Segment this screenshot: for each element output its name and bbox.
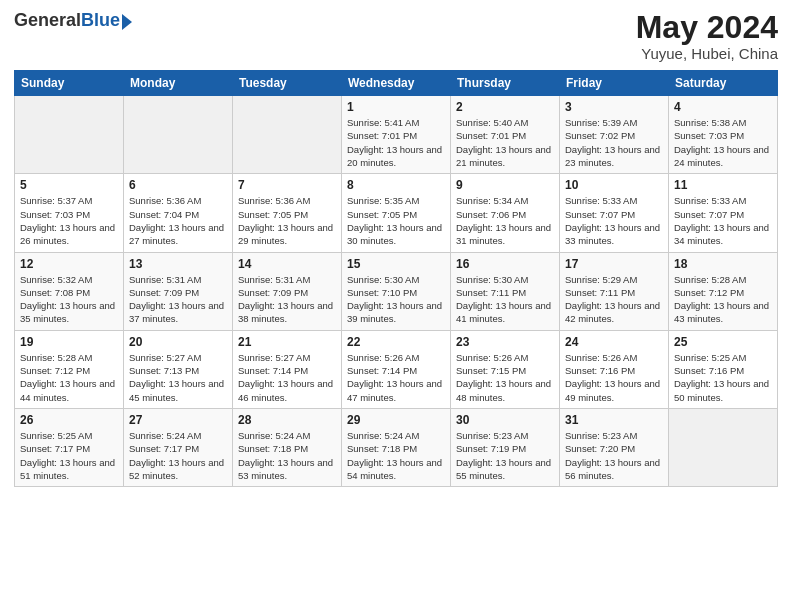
- calendar-cell: 23Sunrise: 5:26 AM Sunset: 7:15 PM Dayli…: [451, 330, 560, 408]
- calendar-cell: [15, 96, 124, 174]
- weekday-header-tuesday: Tuesday: [233, 71, 342, 96]
- weekday-header-thursday: Thursday: [451, 71, 560, 96]
- day-info: Sunrise: 5:26 AM Sunset: 7:15 PM Dayligh…: [456, 351, 554, 404]
- calendar-cell: 13Sunrise: 5:31 AM Sunset: 7:09 PM Dayli…: [124, 252, 233, 330]
- day-number: 25: [674, 335, 772, 349]
- day-info: Sunrise: 5:23 AM Sunset: 7:19 PM Dayligh…: [456, 429, 554, 482]
- calendar-cell: 31Sunrise: 5:23 AM Sunset: 7:20 PM Dayli…: [560, 408, 669, 486]
- day-info: Sunrise: 5:36 AM Sunset: 7:05 PM Dayligh…: [238, 194, 336, 247]
- calendar-cell: 24Sunrise: 5:26 AM Sunset: 7:16 PM Dayli…: [560, 330, 669, 408]
- day-info: Sunrise: 5:39 AM Sunset: 7:02 PM Dayligh…: [565, 116, 663, 169]
- week-row-5: 26Sunrise: 5:25 AM Sunset: 7:17 PM Dayli…: [15, 408, 778, 486]
- calendar-cell: 12Sunrise: 5:32 AM Sunset: 7:08 PM Dayli…: [15, 252, 124, 330]
- day-info: Sunrise: 5:27 AM Sunset: 7:13 PM Dayligh…: [129, 351, 227, 404]
- logo-text: General Blue: [14, 10, 132, 31]
- day-info: Sunrise: 5:26 AM Sunset: 7:16 PM Dayligh…: [565, 351, 663, 404]
- calendar-cell: 28Sunrise: 5:24 AM Sunset: 7:18 PM Dayli…: [233, 408, 342, 486]
- day-number: 3: [565, 100, 663, 114]
- logo-general: General: [14, 10, 81, 31]
- calendar-cell: 26Sunrise: 5:25 AM Sunset: 7:17 PM Dayli…: [15, 408, 124, 486]
- header: General Blue May 2024 Yuyue, Hubei, Chin…: [14, 10, 778, 62]
- day-number: 24: [565, 335, 663, 349]
- logo: General Blue: [14, 10, 132, 31]
- day-info: Sunrise: 5:34 AM Sunset: 7:06 PM Dayligh…: [456, 194, 554, 247]
- weekday-header-saturday: Saturday: [669, 71, 778, 96]
- day-info: Sunrise: 5:28 AM Sunset: 7:12 PM Dayligh…: [674, 273, 772, 326]
- day-number: 29: [347, 413, 445, 427]
- calendar-cell: 18Sunrise: 5:28 AM Sunset: 7:12 PM Dayli…: [669, 252, 778, 330]
- calendar-cell: 22Sunrise: 5:26 AM Sunset: 7:14 PM Dayli…: [342, 330, 451, 408]
- calendar-cell: 11Sunrise: 5:33 AM Sunset: 7:07 PM Dayli…: [669, 174, 778, 252]
- day-number: 2: [456, 100, 554, 114]
- calendar-cell: 27Sunrise: 5:24 AM Sunset: 7:17 PM Dayli…: [124, 408, 233, 486]
- day-number: 5: [20, 178, 118, 192]
- day-number: 7: [238, 178, 336, 192]
- calendar-cell: 29Sunrise: 5:24 AM Sunset: 7:18 PM Dayli…: [342, 408, 451, 486]
- page: General Blue May 2024 Yuyue, Hubei, Chin…: [0, 0, 792, 612]
- calendar-cell: 6Sunrise: 5:36 AM Sunset: 7:04 PM Daylig…: [124, 174, 233, 252]
- day-number: 13: [129, 257, 227, 271]
- day-number: 4: [674, 100, 772, 114]
- calendar-cell: 10Sunrise: 5:33 AM Sunset: 7:07 PM Dayli…: [560, 174, 669, 252]
- day-info: Sunrise: 5:35 AM Sunset: 7:05 PM Dayligh…: [347, 194, 445, 247]
- day-number: 21: [238, 335, 336, 349]
- day-info: Sunrise: 5:27 AM Sunset: 7:14 PM Dayligh…: [238, 351, 336, 404]
- day-number: 16: [456, 257, 554, 271]
- day-number: 6: [129, 178, 227, 192]
- calendar-cell: [669, 408, 778, 486]
- title-block: May 2024 Yuyue, Hubei, China: [636, 10, 778, 62]
- day-number: 10: [565, 178, 663, 192]
- subtitle: Yuyue, Hubei, China: [636, 45, 778, 62]
- week-row-3: 12Sunrise: 5:32 AM Sunset: 7:08 PM Dayli…: [15, 252, 778, 330]
- weekday-header-sunday: Sunday: [15, 71, 124, 96]
- day-info: Sunrise: 5:26 AM Sunset: 7:14 PM Dayligh…: [347, 351, 445, 404]
- calendar-cell: 14Sunrise: 5:31 AM Sunset: 7:09 PM Dayli…: [233, 252, 342, 330]
- day-info: Sunrise: 5:29 AM Sunset: 7:11 PM Dayligh…: [565, 273, 663, 326]
- day-number: 12: [20, 257, 118, 271]
- week-row-2: 5Sunrise: 5:37 AM Sunset: 7:03 PM Daylig…: [15, 174, 778, 252]
- day-info: Sunrise: 5:33 AM Sunset: 7:07 PM Dayligh…: [674, 194, 772, 247]
- day-number: 31: [565, 413, 663, 427]
- calendar-cell: 1Sunrise: 5:41 AM Sunset: 7:01 PM Daylig…: [342, 96, 451, 174]
- day-number: 9: [456, 178, 554, 192]
- weekday-header-wednesday: Wednesday: [342, 71, 451, 96]
- calendar-cell: 25Sunrise: 5:25 AM Sunset: 7:16 PM Dayli…: [669, 330, 778, 408]
- day-info: Sunrise: 5:31 AM Sunset: 7:09 PM Dayligh…: [238, 273, 336, 326]
- day-number: 26: [20, 413, 118, 427]
- day-number: 30: [456, 413, 554, 427]
- calendar-cell: 30Sunrise: 5:23 AM Sunset: 7:19 PM Dayli…: [451, 408, 560, 486]
- week-row-4: 19Sunrise: 5:28 AM Sunset: 7:12 PM Dayli…: [15, 330, 778, 408]
- day-number: 28: [238, 413, 336, 427]
- day-number: 17: [565, 257, 663, 271]
- day-info: Sunrise: 5:24 AM Sunset: 7:18 PM Dayligh…: [238, 429, 336, 482]
- day-number: 27: [129, 413, 227, 427]
- calendar-cell: 3Sunrise: 5:39 AM Sunset: 7:02 PM Daylig…: [560, 96, 669, 174]
- day-info: Sunrise: 5:23 AM Sunset: 7:20 PM Dayligh…: [565, 429, 663, 482]
- week-row-1: 1Sunrise: 5:41 AM Sunset: 7:01 PM Daylig…: [15, 96, 778, 174]
- calendar-cell: [233, 96, 342, 174]
- day-info: Sunrise: 5:24 AM Sunset: 7:17 PM Dayligh…: [129, 429, 227, 482]
- day-info: Sunrise: 5:33 AM Sunset: 7:07 PM Dayligh…: [565, 194, 663, 247]
- calendar-cell: 7Sunrise: 5:36 AM Sunset: 7:05 PM Daylig…: [233, 174, 342, 252]
- calendar-cell: 17Sunrise: 5:29 AM Sunset: 7:11 PM Dayli…: [560, 252, 669, 330]
- calendar-cell: 16Sunrise: 5:30 AM Sunset: 7:11 PM Dayli…: [451, 252, 560, 330]
- calendar-cell: [124, 96, 233, 174]
- calendar-cell: 21Sunrise: 5:27 AM Sunset: 7:14 PM Dayli…: [233, 330, 342, 408]
- day-info: Sunrise: 5:37 AM Sunset: 7:03 PM Dayligh…: [20, 194, 118, 247]
- day-number: 8: [347, 178, 445, 192]
- day-number: 11: [674, 178, 772, 192]
- day-info: Sunrise: 5:30 AM Sunset: 7:10 PM Dayligh…: [347, 273, 445, 326]
- day-info: Sunrise: 5:24 AM Sunset: 7:18 PM Dayligh…: [347, 429, 445, 482]
- calendar-cell: 8Sunrise: 5:35 AM Sunset: 7:05 PM Daylig…: [342, 174, 451, 252]
- day-number: 19: [20, 335, 118, 349]
- weekday-header-monday: Monday: [124, 71, 233, 96]
- calendar-cell: 20Sunrise: 5:27 AM Sunset: 7:13 PM Dayli…: [124, 330, 233, 408]
- calendar-cell: 2Sunrise: 5:40 AM Sunset: 7:01 PM Daylig…: [451, 96, 560, 174]
- logo-arrow-icon: [122, 14, 132, 30]
- main-title: May 2024: [636, 10, 778, 45]
- day-info: Sunrise: 5:41 AM Sunset: 7:01 PM Dayligh…: [347, 116, 445, 169]
- day-info: Sunrise: 5:32 AM Sunset: 7:08 PM Dayligh…: [20, 273, 118, 326]
- weekday-header-row: SundayMondayTuesdayWednesdayThursdayFrid…: [15, 71, 778, 96]
- day-info: Sunrise: 5:25 AM Sunset: 7:17 PM Dayligh…: [20, 429, 118, 482]
- day-info: Sunrise: 5:25 AM Sunset: 7:16 PM Dayligh…: [674, 351, 772, 404]
